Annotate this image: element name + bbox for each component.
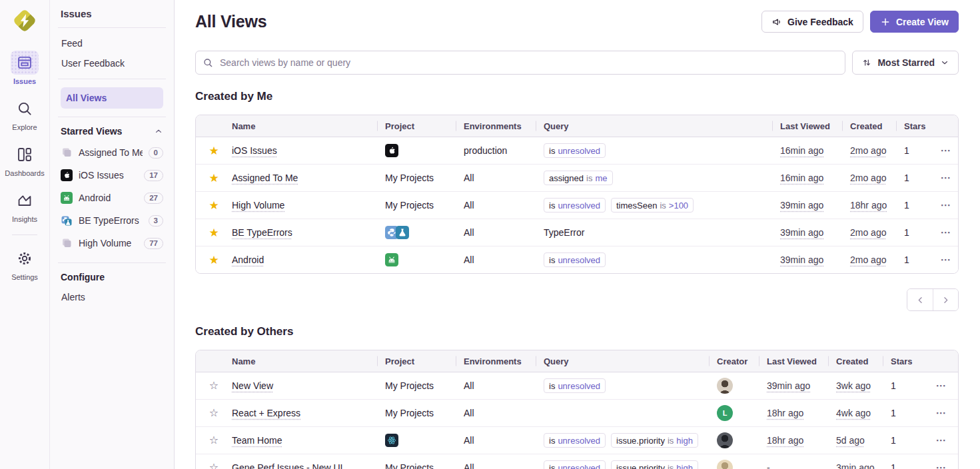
view-name-link[interactable]: iOS Issues — [232, 145, 277, 156]
query-token: is — [549, 255, 555, 265]
rail-item-settings[interactable]: Settings — [11, 246, 39, 281]
query-token: assigned — [549, 173, 584, 183]
sidebar-item-all-views[interactable]: All Views — [61, 87, 163, 109]
star-outline-icon[interactable]: ☆ — [209, 380, 219, 391]
row-overflow-button[interactable]: ⋯ — [936, 407, 947, 419]
starred-views-header[interactable]: Starred Views — [61, 126, 163, 137]
starred-view-assigned-to-me[interactable]: Assigned To Me0 — [61, 141, 163, 164]
view-name-link[interactable]: High Volume — [232, 200, 284, 211]
star-outline-icon[interactable]: ☆ — [209, 462, 219, 469]
rail-item-issues[interactable]: Issues — [11, 51, 39, 85]
environments-cell: All — [456, 246, 536, 273]
star-filled-icon[interactable]: ★ — [209, 254, 219, 266]
give-feedback-button[interactable]: Give Feedback — [761, 11, 863, 33]
last-viewed-cell: 18hr ago — [759, 427, 828, 454]
sort-dropdown[interactable]: Most Starred — [852, 51, 959, 75]
create-view-button[interactable]: Create View — [870, 11, 959, 33]
name-cell: Android — [232, 246, 377, 273]
starred-view-be-typeerrors[interactable]: BE TypeErrors3 — [61, 209, 163, 232]
row-overflow-button[interactable]: ⋯ — [941, 172, 951, 184]
issues-sidebar: Issues FeedUser Feedback All Views Starr… — [50, 0, 175, 469]
stars-count-cell: 1 — [883, 427, 924, 454]
last-viewed-cell: 16min ago — [772, 137, 842, 164]
stars-count: 1 — [891, 462, 896, 469]
stars-count-cell: 1 — [883, 454, 924, 469]
stars-count: 1 — [891, 380, 896, 391]
environments-cell: All — [456, 219, 536, 246]
starred-view-ios-issues[interactable]: iOS Issues17 — [61, 164, 163, 187]
starred-view-high-volume[interactable]: High Volume77 — [61, 232, 163, 254]
stars-count-cell: 1 — [896, 137, 933, 164]
view-name-link[interactable]: Android — [232, 254, 264, 265]
created-value: 2mo ago — [850, 254, 886, 265]
created-cell: 2mo ago — [842, 219, 896, 246]
insights-icon-box — [11, 189, 39, 213]
row-menu-cell: ⋯ — [933, 165, 958, 191]
created-cell: 2mo ago — [842, 137, 896, 164]
environments-cell: All — [456, 400, 536, 426]
search-input[interactable] — [195, 51, 845, 75]
last-viewed-value: 18hr ago — [767, 435, 803, 446]
query-token: >100 — [669, 201, 688, 211]
view-name-link[interactable]: Assigned To Me — [232, 173, 298, 183]
stars-count-cell: 1 — [883, 372, 924, 399]
project-flask-icon — [396, 226, 409, 239]
stars-count-cell: 1 — [896, 165, 933, 191]
query-token: is — [549, 146, 555, 156]
rail-item-explore[interactable]: Explore — [11, 97, 39, 131]
view-name-link[interactable]: Team Home — [232, 435, 282, 446]
stars-count: 1 — [904, 173, 909, 183]
star-filled-icon[interactable]: ★ — [209, 227, 219, 238]
row-overflow-button[interactable]: ⋯ — [941, 145, 951, 157]
next-page-button[interactable] — [933, 289, 958, 310]
created-cell: 5d ago — [828, 427, 883, 454]
table-header-row: NameProjectEnvironmentsQueryCreatorLast … — [196, 350, 958, 372]
rail-item-insights[interactable]: Insights — [11, 189, 39, 223]
sidebar-item-alerts[interactable]: Alerts — [61, 287, 163, 307]
project-stack-icon — [61, 147, 73, 159]
star-outline-icon[interactable]: ☆ — [209, 435, 219, 446]
rail-item-dashboards[interactable]: Dashboards — [5, 143, 44, 177]
row-overflow-button[interactable]: ⋯ — [936, 380, 947, 392]
star-outline-icon[interactable]: ☆ — [209, 408, 219, 418]
stars-count: 1 — [891, 435, 896, 446]
query-cell — [536, 400, 709, 426]
row-overflow-button[interactable]: ⋯ — [936, 434, 947, 446]
created-cell: 3wk ago — [828, 372, 883, 399]
last-viewed-value: 39min ago — [780, 227, 823, 238]
query-text: TypeError — [544, 227, 584, 238]
column-header-menu — [924, 350, 958, 372]
query-token: is — [668, 463, 674, 469]
table-row: ★BE TypeErrorsAllTypeError39min ago2mo a… — [196, 219, 958, 246]
name-cell: Assigned To Me — [232, 165, 377, 191]
query-token: issue.priority — [616, 463, 665, 469]
star-filled-icon[interactable]: ★ — [209, 173, 219, 184]
star-cell: ☆ — [196, 427, 232, 454]
view-name-link[interactable]: New View — [232, 380, 273, 391]
row-overflow-button[interactable]: ⋯ — [941, 254, 951, 266]
column-header-stars: Stars — [883, 350, 924, 372]
column-header-last-viewed: Last Viewed — [772, 115, 842, 137]
star-filled-icon[interactable]: ★ — [209, 200, 219, 211]
star-filled-icon[interactable]: ★ — [209, 145, 219, 157]
created-value: 3wk ago — [836, 380, 871, 391]
row-overflow-button[interactable]: ⋯ — [941, 199, 951, 211]
starred-view-android[interactable]: Android27 — [61, 187, 163, 209]
environments-cell: production — [456, 137, 536, 164]
starred-view-label: Android — [79, 193, 111, 203]
row-overflow-button[interactable]: ⋯ — [936, 462, 947, 469]
query-cell: isunresolvedtimesSeenis>100 — [536, 192, 772, 219]
view-name-link[interactable]: BE TypeErrors — [232, 227, 292, 238]
query-token: is — [549, 463, 555, 469]
row-overflow-button[interactable]: ⋯ — [941, 227, 951, 238]
view-name-link[interactable]: Gene Perf Issues - New UI — [232, 462, 343, 469]
view-name-link[interactable]: React + Express — [232, 408, 300, 418]
prev-page-button[interactable] — [907, 289, 933, 310]
project-cell: My Projects — [377, 400, 456, 426]
issue-count-badge: 0 — [149, 147, 163, 159]
sentry-logo[interactable] — [11, 7, 39, 35]
rail-nav: IssuesExploreDashboardsInsightsSettings — [0, 51, 49, 281]
creator-cell — [709, 427, 759, 454]
sidebar-item-user-feedback[interactable]: User Feedback — [61, 53, 163, 73]
sidebar-item-feed[interactable]: Feed — [61, 33, 163, 53]
